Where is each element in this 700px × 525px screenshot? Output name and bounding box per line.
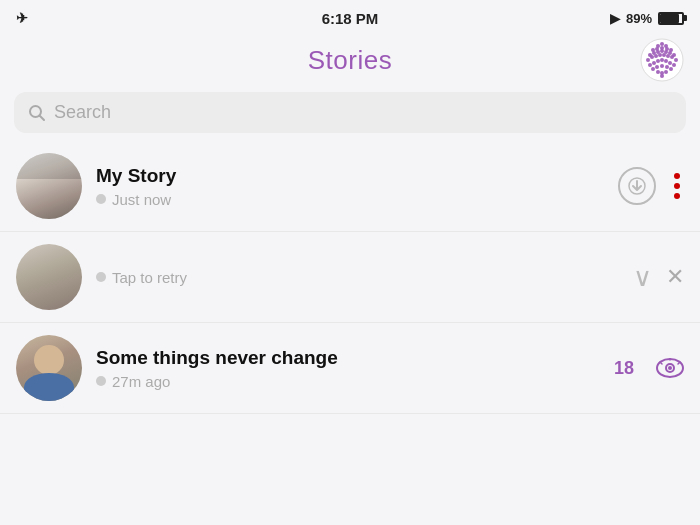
battery-icon [658, 12, 684, 25]
some-things-time: 27m ago [112, 373, 170, 390]
eye-icon [656, 358, 684, 378]
svg-point-36 [669, 67, 673, 71]
search-input[interactable]: Search [54, 102, 111, 123]
some-things-name: Some things never change [96, 347, 614, 369]
some-things-actions: 18 [614, 358, 684, 379]
download-icon [627, 176, 647, 196]
retry-subtitle: Tap to retry [96, 269, 633, 286]
svg-point-26 [652, 61, 656, 65]
close-button[interactable]: ✕ [666, 264, 684, 290]
story-item-some-things[interactable]: Some things never change 27m ago 18 [0, 323, 700, 414]
my-story-time: Just now [112, 191, 171, 208]
retry-actions: ∨ ✕ [633, 262, 684, 293]
search-icon [28, 104, 46, 122]
svg-point-19 [654, 54, 658, 58]
my-story-info: My Story Just now [96, 165, 618, 208]
bitmoji-icon [640, 38, 684, 82]
dot-2 [674, 183, 680, 189]
location-icon: ▶ [610, 11, 620, 26]
svg-point-31 [672, 63, 676, 67]
my-story-name: My Story [96, 165, 618, 187]
svg-point-30 [668, 61, 672, 65]
battery-percent: 89% [626, 11, 652, 26]
airplane-icon: ✈ [16, 10, 28, 26]
svg-point-13 [660, 49, 664, 53]
status-bar: ✈ 6:18 PM ▶ 89% [0, 0, 700, 36]
svg-point-34 [660, 64, 664, 68]
svg-point-21 [662, 53, 666, 57]
check-button[interactable]: ∨ [633, 262, 652, 293]
status-right: ▶ 89% [610, 11, 684, 26]
svg-point-35 [665, 65, 669, 69]
svg-point-18 [650, 55, 654, 59]
some-things-info: Some things never change 27m ago [96, 347, 614, 390]
svg-point-27 [656, 59, 660, 63]
my-story-actions [618, 167, 684, 205]
svg-point-29 [664, 59, 668, 63]
some-things-subtitle: 27m ago [96, 373, 614, 390]
svg-point-25 [648, 63, 652, 67]
svg-point-37 [656, 70, 660, 74]
my-story-subtitle: Just now [96, 191, 618, 208]
svg-point-28 [660, 58, 664, 62]
page-title: Stories [308, 45, 392, 76]
person-avatar [16, 335, 82, 401]
svg-point-22 [666, 54, 670, 58]
more-options-button[interactable] [670, 169, 684, 203]
story-item-retry[interactable]: Tap to retry ∨ ✕ [0, 232, 700, 323]
retry-avatar [16, 244, 82, 310]
header: Stories [0, 36, 700, 84]
svg-point-23 [670, 55, 674, 59]
stories-list: My Story Just now [0, 141, 700, 414]
svg-point-40 [660, 74, 664, 78]
svg-point-3 [660, 42, 664, 46]
download-button[interactable] [618, 167, 656, 205]
svg-point-47 [668, 366, 672, 370]
svg-point-24 [674, 58, 678, 62]
status-dot [96, 194, 106, 204]
dot-3 [674, 193, 680, 199]
svg-point-33 [655, 65, 659, 69]
svg-line-42 [40, 115, 45, 120]
svg-point-17 [646, 58, 650, 62]
svg-line-48 [660, 362, 662, 364]
story-item-my-story[interactable]: My Story Just now [0, 141, 700, 232]
svg-line-50 [678, 362, 680, 364]
svg-point-20 [658, 53, 662, 57]
retry-text: Tap to retry [112, 269, 187, 286]
search-bar[interactable]: Search [14, 92, 686, 133]
status-dot-retry [96, 272, 106, 282]
status-time: 6:18 PM [322, 10, 379, 27]
status-left: ✈ [16, 10, 28, 26]
svg-point-39 [664, 70, 668, 74]
my-story-avatar [16, 153, 82, 219]
person-head [34, 345, 64, 375]
view-count: 18 [614, 358, 634, 379]
dot-1 [674, 173, 680, 179]
profile-avatar-button[interactable] [640, 38, 684, 82]
person-body [24, 373, 74, 401]
retry-info: Tap to retry [96, 269, 633, 286]
status-dot-some-things [96, 376, 106, 386]
svg-point-32 [651, 67, 655, 71]
